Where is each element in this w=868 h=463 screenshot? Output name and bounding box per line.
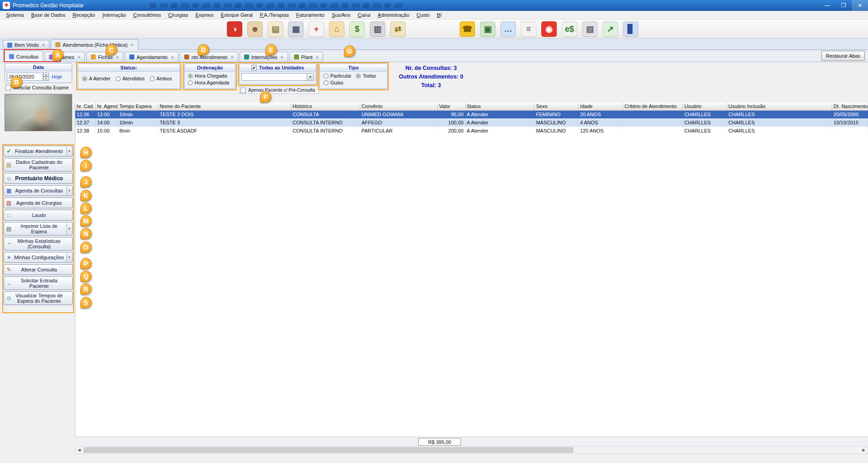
column-header-criterio-de-atendimento[interactable]: Critério de Atendimento [623,103,683,110]
spinner-down-icon[interactable] [43,77,49,81]
column-header-usuario-inclusao[interactable]: Usuário Inclusão [727,103,832,110]
maximize-button[interactable]: ❐ [835,0,852,11]
date-spinner[interactable] [43,73,49,81]
radio-icon[interactable] [116,76,121,81]
unidades-checkbox[interactable] [251,65,257,70]
column-header-dt-nascimento[interactable]: Dt. Nascimento [832,103,868,110]
tipo-option-particular[interactable]: Particular [324,73,351,79]
apenas-checkbox[interactable] [240,88,246,93]
sidebar-button-prontuario-medico[interactable]: ☺Prontuário Médico [4,173,73,184]
menu-item-estoque-geral[interactable]: Estoque Geral [217,11,256,19]
tab-exames[interactable]: Exames× [44,52,85,62]
radio-icon[interactable] [82,76,87,81]
e-invoice-icon[interactable]: e$ [562,21,577,37]
cash-house-icon[interactable]: ⌂ [329,21,344,37]
tipo-option-guias[interactable]: Guias [324,80,387,85]
medical-record-icon[interactable]: ▤ [268,21,283,37]
today-button[interactable]: Hoje [52,74,62,79]
unidades-combobox[interactable] [241,73,314,81]
tab-consultas[interactable]: Consultas [5,50,43,62]
scroll-right-icon[interactable] [860,447,868,453]
column-header-status[interactable]: Status [466,103,535,110]
table-row[interactable]: 12:3714:0010minTESTE 3CONSULTA INTERNOAF… [75,119,868,127]
status-option-atendidos[interactable]: Atendidos [116,76,145,81]
menu-item-p-a-terapias[interactable]: P.A./Terapias [256,11,293,19]
status-option-a-atender[interactable]: A Atender [82,76,111,81]
table-row[interactable]: 12:3613:0010minTESTE 2 DOISCONSULTAUNIME… [75,111,868,119]
menu-item-administracao[interactable]: Administração [374,11,413,19]
money-transfer-icon[interactable]: ⇄ [390,21,406,37]
menu-item-base-de-dados[interactable]: Base de Dados [28,11,69,19]
radio-icon[interactable] [188,74,193,79]
vault-icon[interactable]: ▥ [370,21,385,37]
close-tab-icon[interactable]: × [230,54,233,60]
sidebar-button-visualizar-tempos-de-espera-do-paciente[interactable]: ⊙Visualizar Tempos de Espera do Paciente [4,291,73,305]
menu-item-bi[interactable]: BI [433,11,445,19]
sidebar-button-laudo[interactable]: □Laudo [4,210,73,221]
column-header-nome-do-paciente[interactable]: Nome do Paciente [158,103,291,110]
sidebar-button-imprimir-lista-de-espera[interactable]: ▤Imprimir Lista de Espera [4,222,73,236]
column-header-idade[interactable]: Idade [579,103,623,110]
promedico-logo-icon[interactable]: ◑ [227,21,242,37]
menu-item-faturamento[interactable]: Faturamento [293,11,328,19]
dropdown-arrow-icon[interactable] [66,186,72,195]
dropdown-arrow-icon[interactable] [66,223,72,235]
apenas-checkbox-row[interactable]: Apenas Paciente c/ Pré-Consulta [239,86,319,94]
menu-item-internacao[interactable]: Internação [99,11,130,19]
guide-book-icon[interactable]: ▊ [623,21,638,37]
main-tab-atendimentos-ficha-medica[interactable]: Atendimentos (Ficha Médica)× [51,39,138,50]
ordenacao-option-hora-agendada[interactable]: Hora Agendada [188,80,235,85]
chevron-down-icon[interactable] [307,74,314,80]
patients-icon[interactable]: ☻ [247,21,263,37]
radio-icon[interactable] [150,76,155,81]
report-icon[interactable]: ≡ [521,21,536,37]
close-tab-icon[interactable]: × [280,54,283,60]
horizontal-scrollbar[interactable] [75,446,868,454]
sidebar-button-agenda-de-consultas[interactable]: ▦Agenda de Consultas [4,185,73,196]
sidebar-button-alterar-consulta[interactable]: ✎Alterar Consulta [4,264,73,275]
close-tab-icon[interactable]: × [316,54,319,60]
sidebar-button-solicitar-entrada-paciente[interactable]: →Solicitar Entrada Paciente [4,276,73,290]
sidebar-button-minhas-configuracoes[interactable]: ∗Minhas Configurações [4,252,73,263]
close-tab-icon[interactable]: × [78,54,80,60]
tab-fichas[interactable]: Fichas× [86,52,123,62]
spinner-up-icon[interactable] [43,73,49,77]
menu-item-consultorios[interactable]: Consultórios [130,11,165,19]
scroll-left-icon[interactable] [75,447,83,453]
column-header-historico[interactable]: Histórico [291,103,360,110]
menu-item-sus-ans[interactable]: Sus/Ans [328,11,354,19]
column-header-sexo[interactable]: Sexo [535,103,579,110]
shutdown-icon[interactable]: ◉ [541,21,557,37]
radio-icon[interactable] [188,80,193,85]
tab-internacoes[interactable]: Internações× [240,52,288,62]
menu-item-custo[interactable]: Custo [413,11,433,19]
column-header-convenio[interactable]: Convênio [360,103,438,110]
close-button[interactable]: ✕ [852,0,868,11]
revenue-icon[interactable]: $ [349,21,365,37]
dropdown-arrow-icon[interactable] [66,147,72,156]
column-header-hr-agend[interactable]: hr. Agend. [96,103,118,110]
tipo-option-todas[interactable]: Todas [356,73,376,79]
menu-item-sistema[interactable]: Sistema [2,11,28,19]
main-tab-bem-vindo[interactable]: Bem Vindo× [3,40,49,49]
sidebar-button-agenda-de-cirurgias[interactable]: ▧Agenda de Cirurgias [4,197,73,208]
menu-item-cirurgias[interactable]: Cirurgias [165,11,192,19]
close-tab-icon[interactable]: × [131,42,133,48]
ledger-icon[interactable]: ▣ [480,21,495,37]
radio-icon[interactable] [324,74,329,79]
vitals-chart-icon[interactable]: ↗ [603,21,618,37]
menu-item-recepcao[interactable]: Recepção [69,11,99,19]
menu-item-caixa[interactable]: Caixa [354,11,374,19]
close-tab-icon[interactable]: × [171,54,173,60]
column-header-valor[interactable]: Valor [438,103,466,110]
dropdown-arrow-icon[interactable] [66,253,72,262]
sidebar-button-dados-cadastrais-do-paciente[interactable]: ▤Dados Cadastrais do Paciente [4,158,73,172]
workstation-icon[interactable]: ▦ [288,21,304,37]
tab-nto-atendimento[interactable]: nto Atendimento× [180,52,238,62]
close-tab-icon[interactable]: × [116,54,119,60]
catalog-icon[interactable]: ▧ [582,21,598,37]
column-header-hr-cad[interactable]: hr. Cad. [75,103,96,110]
table-row[interactable]: 12:3815:008minTESTE ASDADFCONSULTA INTER… [75,127,868,135]
sidebar-button-minhas-estatisticas-consulta[interactable]: ◔Minhas Estatísticas (Consulta) [4,237,73,251]
tab-agendamento[interactable]: Agendamento× [125,52,178,62]
